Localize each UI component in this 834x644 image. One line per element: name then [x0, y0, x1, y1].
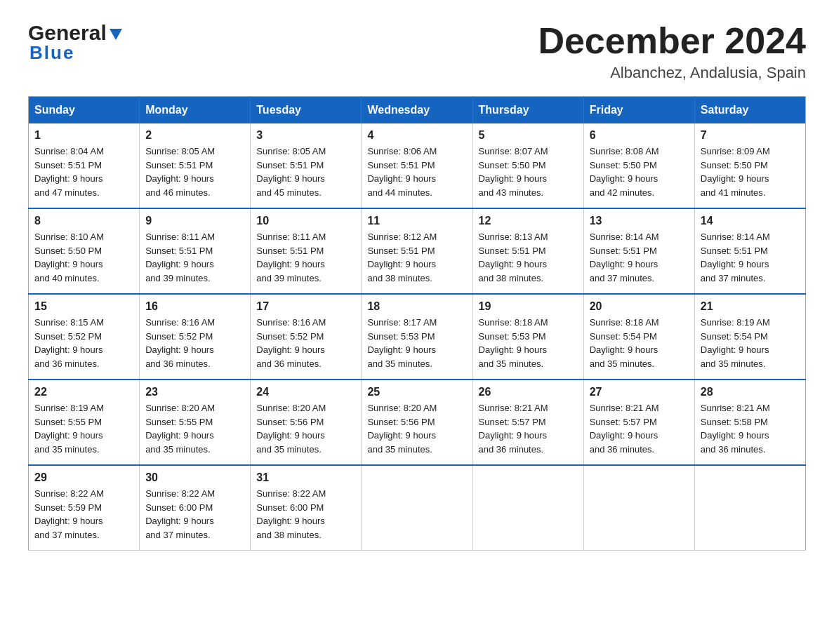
sunset-label: Sunset: 5:53 PM	[479, 331, 546, 342]
day-info: Sunrise: 8:20 AM Sunset: 5:55 PM Dayligh…	[145, 401, 244, 456]
daylight-label: Daylight: 9 hours	[256, 344, 325, 355]
daylight-label: Daylight: 9 hours	[256, 430, 325, 441]
daylight-label: Daylight: 9 hours	[590, 173, 658, 184]
calendar-day-cell: 19 Sunrise: 8:18 AM Sunset: 5:53 PM Dayl…	[472, 294, 583, 380]
daylight-label: Daylight: 9 hours	[256, 259, 325, 269]
calendar-table: Sunday Monday Tuesday Wednesday Thursday…	[28, 96, 806, 551]
day-number: 15	[34, 300, 133, 313]
calendar-day-cell: 25 Sunrise: 8:20 AM Sunset: 5:56 PM Dayl…	[362, 380, 472, 465]
daylight-detail: and 35 minutes.	[256, 444, 322, 455]
sunset-label: Sunset: 6:00 PM	[256, 502, 324, 513]
sunrise-label: Sunrise: 8:10 AM	[34, 232, 104, 242]
sunrise-label: Sunrise: 8:16 AM	[145, 317, 215, 328]
day-info: Sunrise: 8:06 AM Sunset: 5:51 PM Dayligh…	[367, 145, 466, 199]
day-number: 19	[479, 300, 578, 313]
daylight-label: Daylight: 9 hours	[590, 430, 658, 441]
calendar-day-cell: 21 Sunrise: 8:19 AM Sunset: 5:54 PM Dayl…	[694, 294, 805, 380]
calendar-day-cell: 8 Sunrise: 8:10 AM Sunset: 5:50 PM Dayli…	[29, 208, 140, 294]
col-tuesday: Tuesday	[251, 97, 362, 124]
daylight-detail: and 36 minutes.	[479, 444, 544, 455]
sunset-label: Sunset: 5:53 PM	[367, 331, 435, 342]
calendar-day-cell: 2 Sunrise: 8:05 AM Sunset: 5:51 PM Dayli…	[140, 123, 251, 208]
daylight-detail: and 42 minutes.	[590, 187, 655, 198]
day-info: Sunrise: 8:14 AM Sunset: 5:51 PM Dayligh…	[590, 230, 689, 285]
sunset-label: Sunset: 5:52 PM	[256, 331, 324, 342]
calendar-day-cell: 20 Sunrise: 8:18 AM Sunset: 5:54 PM Dayl…	[583, 294, 694, 380]
day-info: Sunrise: 8:08 AM Sunset: 5:50 PM Dayligh…	[590, 145, 689, 199]
day-number: 6	[590, 129, 689, 142]
sunset-label: Sunset: 5:51 PM	[479, 246, 546, 256]
day-number: 22	[34, 386, 133, 398]
day-info: Sunrise: 8:11 AM Sunset: 5:51 PM Dayligh…	[145, 230, 244, 285]
day-info: Sunrise: 8:18 AM Sunset: 5:54 PM Dayligh…	[590, 316, 689, 370]
logo-arrow-icon	[108, 26, 124, 41]
day-info: Sunrise: 8:12 AM Sunset: 5:51 PM Dayligh…	[367, 230, 466, 285]
day-number: 13	[590, 215, 689, 227]
calendar-day-cell	[583, 465, 694, 551]
daylight-detail: and 37 minutes.	[34, 530, 100, 540]
daylight-detail: and 36 minutes.	[145, 358, 211, 369]
daylight-detail: and 38 minutes.	[256, 530, 322, 540]
calendar-day-cell	[362, 465, 472, 551]
day-number: 9	[145, 215, 244, 227]
day-number: 10	[256, 215, 355, 227]
sunset-label: Sunset: 5:50 PM	[34, 246, 102, 256]
logo-blue-text: Blue	[29, 42, 74, 63]
daylight-label: Daylight: 9 hours	[701, 173, 769, 184]
calendar-day-cell: 7 Sunrise: 8:09 AM Sunset: 5:50 PM Dayli…	[694, 123, 805, 208]
calendar-day-cell: 28 Sunrise: 8:21 AM Sunset: 5:58 PM Dayl…	[694, 380, 805, 465]
calendar-day-cell: 15 Sunrise: 8:15 AM Sunset: 5:52 PM Dayl…	[29, 294, 140, 380]
daylight-label: Daylight: 9 hours	[34, 430, 103, 441]
col-wednesday: Wednesday	[362, 97, 472, 124]
day-info: Sunrise: 8:22 AM Sunset: 6:00 PM Dayligh…	[256, 487, 355, 542]
sunrise-label: Sunrise: 8:05 AM	[256, 146, 326, 156]
header: General Blue December 2024 Albanchez, An…	[28, 21, 806, 82]
calendar-day-cell: 3 Sunrise: 8:05 AM Sunset: 5:51 PM Dayli…	[251, 123, 362, 208]
sunrise-label: Sunrise: 8:22 AM	[256, 488, 326, 499]
sunrise-label: Sunrise: 8:08 AM	[590, 146, 659, 156]
sunset-label: Sunset: 5:57 PM	[590, 417, 657, 427]
sunset-label: Sunset: 5:55 PM	[34, 417, 102, 427]
calendar-day-cell: 1 Sunrise: 8:04 AM Sunset: 5:51 PM Dayli…	[29, 123, 140, 208]
sunrise-label: Sunrise: 8:22 AM	[34, 488, 104, 499]
daylight-detail: and 37 minutes.	[145, 530, 211, 540]
sunrise-label: Sunrise: 8:19 AM	[34, 403, 104, 413]
daylight-detail: and 35 minutes.	[34, 444, 100, 455]
sunset-label: Sunset: 5:54 PM	[701, 331, 768, 342]
day-info: Sunrise: 8:05 AM Sunset: 5:51 PM Dayligh…	[256, 145, 355, 199]
calendar-day-cell: 24 Sunrise: 8:20 AM Sunset: 5:56 PM Dayl…	[251, 380, 362, 465]
day-number: 16	[145, 300, 244, 313]
day-info: Sunrise: 8:21 AM Sunset: 5:57 PM Dayligh…	[479, 401, 578, 456]
daylight-label: Daylight: 9 hours	[701, 344, 769, 355]
day-number: 25	[367, 386, 466, 398]
day-number: 17	[256, 300, 355, 313]
page-title: December 2024	[538, 21, 806, 61]
calendar-week-row: 22 Sunrise: 8:19 AM Sunset: 5:55 PM Dayl…	[29, 380, 806, 465]
daylight-label: Daylight: 9 hours	[367, 430, 436, 441]
day-info: Sunrise: 8:16 AM Sunset: 5:52 PM Dayligh…	[145, 316, 244, 370]
day-number: 30	[145, 471, 244, 484]
sunset-label: Sunset: 5:57 PM	[479, 417, 546, 427]
day-number: 24	[256, 386, 355, 398]
daylight-detail: and 36 minutes.	[34, 358, 100, 369]
daylight-detail: and 35 minutes.	[590, 358, 655, 369]
day-number: 7	[701, 129, 800, 142]
sunset-label: Sunset: 5:50 PM	[590, 160, 657, 170]
day-info: Sunrise: 8:22 AM Sunset: 6:00 PM Dayligh…	[145, 487, 244, 542]
daylight-label: Daylight: 9 hours	[34, 259, 103, 269]
calendar-day-cell	[694, 465, 805, 551]
sunrise-label: Sunrise: 8:19 AM	[701, 317, 770, 328]
calendar-day-cell: 10 Sunrise: 8:11 AM Sunset: 5:51 PM Dayl…	[251, 208, 362, 294]
sunrise-label: Sunrise: 8:04 AM	[34, 146, 104, 156]
daylight-detail: and 36 minutes.	[256, 358, 322, 369]
daylight-label: Daylight: 9 hours	[367, 259, 436, 269]
daylight-detail: and 38 minutes.	[479, 273, 544, 283]
day-number: 4	[367, 129, 466, 142]
daylight-detail: and 35 minutes.	[479, 358, 544, 369]
calendar-day-cell: 18 Sunrise: 8:17 AM Sunset: 5:53 PM Dayl…	[362, 294, 472, 380]
sunset-label: Sunset: 5:58 PM	[701, 417, 768, 427]
sunrise-label: Sunrise: 8:14 AM	[701, 232, 770, 242]
sunset-label: Sunset: 5:51 PM	[701, 246, 768, 256]
sunset-label: Sunset: 5:52 PM	[145, 331, 213, 342]
daylight-detail: and 45 minutes.	[256, 187, 322, 198]
